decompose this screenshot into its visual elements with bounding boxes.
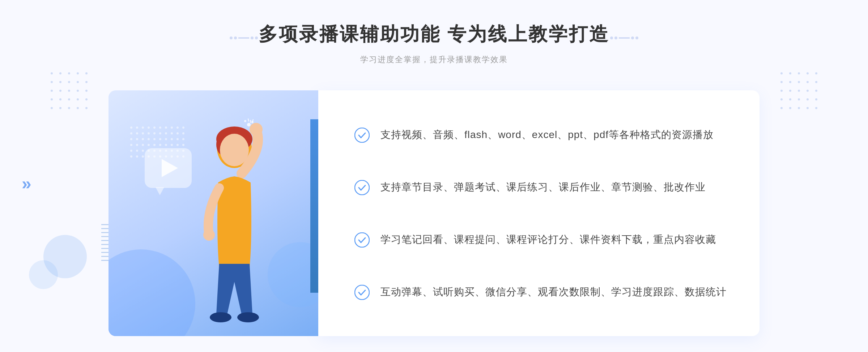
person-illustration <box>158 112 296 336</box>
check-icon-2 <box>354 180 370 195</box>
left-illustration-panel <box>109 90 318 336</box>
subtitle: 学习进度全掌握，提升录播课教学效果 <box>259 54 609 65</box>
page-container: » 多项录播课辅助功能 专为线上教学打造 <box>0 0 868 352</box>
feature-text-3: 学习笔记回看、课程提问、课程评论打分、课件资料下载，重点内容收藏 <box>380 231 716 248</box>
feature-item-4: 互动弹幕、试听购买、微信分享、观看次数限制、学习进度跟踪、数据统计 <box>354 276 731 308</box>
svg-point-5 <box>203 229 215 241</box>
content-area: 支持视频、音频、flash、word、excel、ppt、pdf等各种格式的资源… <box>109 90 760 336</box>
bg-dot-grid-right <box>780 72 817 109</box>
svg-point-8 <box>247 123 251 126</box>
left-panel-inner <box>109 90 318 336</box>
svg-point-16 <box>355 233 369 247</box>
check-icon-3 <box>354 232 370 248</box>
title-deco-right <box>610 37 638 39</box>
check-icon-1 <box>354 128 370 143</box>
feature-item-3: 学习笔记回看、课程提问、课程评论打分、课件资料下载，重点内容收藏 <box>354 224 731 256</box>
svg-point-15 <box>355 180 369 195</box>
feature-text-1: 支持视频、音频、flash、word、excel、ppt、pdf等各种格式的资源… <box>380 126 714 143</box>
svg-line-12 <box>248 119 249 121</box>
svg-point-17 <box>355 285 369 300</box>
arrow-decoration-left: » <box>22 173 30 193</box>
svg-point-9 <box>244 120 246 122</box>
deco-circle-2 <box>29 260 58 289</box>
svg-point-3 <box>220 134 249 166</box>
svg-point-14 <box>355 128 369 142</box>
right-features-panel: 支持视频、音频、flash、word、excel、ppt、pdf等各种格式的资源… <box>318 90 760 336</box>
blue-vertical-bar <box>310 119 318 293</box>
feature-item-2: 支持章节目录、弹题考试、课后练习、课后作业、章节测验、批改作业 <box>354 171 731 203</box>
header-section: 多项录播课辅助功能 专为线上教学打造 学习进度全掌握，提升录播课教学效果 <box>259 22 609 65</box>
title-deco-left <box>230 37 258 39</box>
svg-point-4 <box>250 123 263 136</box>
feature-text-4: 互动弹幕、试听购买、微信分享、观看次数限制、学习进度跟踪、数据统计 <box>380 283 727 301</box>
svg-point-7 <box>237 312 259 322</box>
bg-dot-grid-left <box>51 72 88 109</box>
main-title: 多项录播课辅助功能 专为线上教学打造 <box>259 22 609 47</box>
check-icon-4 <box>354 285 370 300</box>
feature-item-1: 支持视频、音频、flash、word、excel、ppt、pdf等各种格式的资源… <box>354 119 731 151</box>
svg-point-6 <box>210 312 231 322</box>
feature-text-2: 支持章节目录、弹题考试、课后练习、课后作业、章节测验、批改作业 <box>380 179 706 196</box>
